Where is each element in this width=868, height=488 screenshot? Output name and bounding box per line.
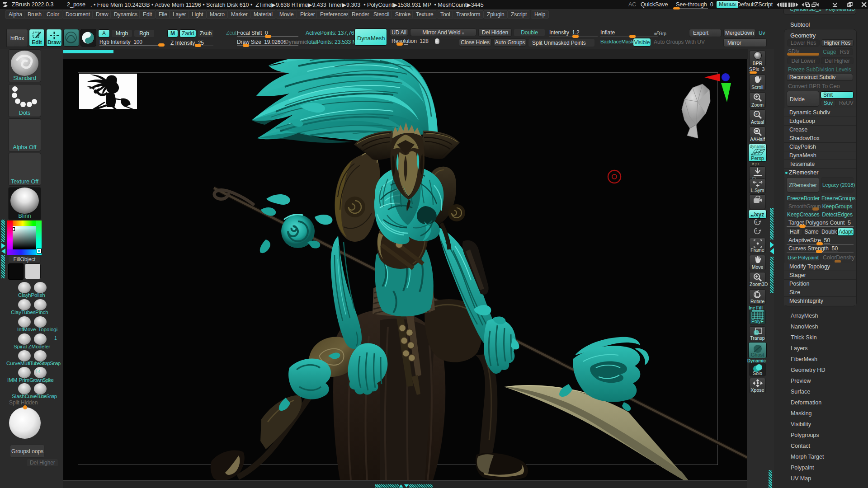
svg-text:z: z	[755, 230, 757, 233]
svg-text:y: y	[755, 221, 757, 224]
svg-text:x1: x1	[755, 113, 759, 116]
